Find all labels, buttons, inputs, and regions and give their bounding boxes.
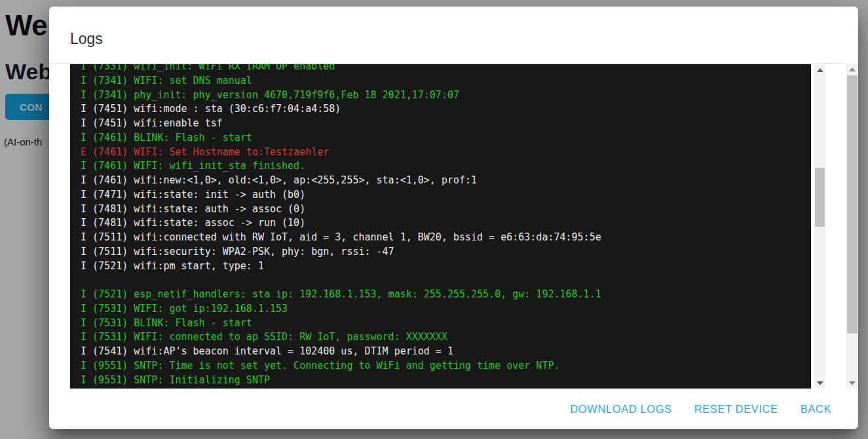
- log-line: I (7531) WIFI: got ip:192.168.1.153: [81, 302, 811, 316]
- log-line: I (9551) SNTP: Time is not set yet. Conn…: [81, 359, 811, 373]
- log-line: I (7521) wifi:pm start, type: 1: [81, 259, 811, 274]
- log-line: I (7521) esp_netif_handlers: sta ip: 192…: [81, 288, 811, 302]
- dialog-title: Logs: [70, 30, 103, 48]
- download-logs-button[interactable]: DOWNLOAD LOGS: [570, 403, 671, 415]
- log-line: I (7541) wifi:AP's beacon interval = 102…: [81, 345, 811, 359]
- log-line: I (7481) wifi:state: assoc -> run (10): [81, 216, 811, 231]
- dialog-scrollbar-thumb[interactable]: [847, 75, 858, 334]
- dialog-body: I (7331) wifi_init: WiFi RX IRAM OP enab…: [49, 64, 858, 389]
- dialog-scrollbar[interactable]: [846, 64, 858, 389]
- log-line: [81, 273, 811, 288]
- log-line: I (7461) WIFI: wifi_init_sta finished.: [81, 159, 811, 174]
- screen: We Web CON (AI-on-th Logs I (7331) wifi_…: [0, 0, 868, 439]
- arrow-up-icon: [817, 68, 823, 72]
- arrow-down-icon: [849, 381, 856, 385]
- log-scrollbar[interactable]: [814, 64, 825, 389]
- log-line: E (7461) WIFI: Set Hostname to:Testzaehl…: [81, 145, 811, 160]
- dialog-scroll-up-button[interactable]: [846, 64, 858, 75]
- dialog-scroll-down-button[interactable]: [846, 377, 858, 389]
- log-line: I (7461) wifi:new:<1,0>, old:<1,0>, ap:<…: [81, 174, 811, 188]
- reset-device-button[interactable]: RESET DEVICE: [694, 403, 778, 415]
- log-scroll-up-button[interactable]: [814, 64, 825, 75]
- log-terminal[interactable]: I (7331) wifi_init: WiFi RX IRAM OP enab…: [70, 64, 811, 389]
- arrow-up-icon: [849, 67, 856, 71]
- logs-dialog: Logs I (7331) wifi_init: WiFi RX IRAM OP…: [49, 7, 858, 429]
- dialog-footer: DOWNLOAD LOGSRESET DEVICEBACK: [49, 389, 845, 429]
- log-line: I (7531) WIFI: connected to ap SSID: RW …: [81, 330, 811, 345]
- log-line: I (7461) BLINK: Flash - start: [81, 131, 811, 145]
- log-line: I (7531) BLINK: Flash - start: [81, 316, 811, 331]
- log-line: I (7451) wifi:mode : sta (30:c6:f7:04:a4…: [81, 102, 811, 117]
- log-scrollbar-thumb[interactable]: [815, 168, 825, 227]
- log-line: I (7511) wifi:connected with RW IoT, aid…: [81, 231, 811, 245]
- log-line: I (7481) wifi:state: auth -> assoc (0): [81, 202, 811, 217]
- back-button[interactable]: BACK: [801, 403, 831, 415]
- log-line: I (7341) WIFI: set DNS manual: [81, 74, 811, 88]
- log-output: I (7331) wifi_init: WiFi RX IRAM OP enab…: [70, 64, 811, 387]
- log-line: I (9551) SNTP: Initializing SNTP: [81, 373, 811, 388]
- dialog-header: Logs: [49, 7, 858, 64]
- log-line: I (7451) wifi:enable tsf: [81, 117, 811, 131]
- log-scroll-down-button[interactable]: [814, 377, 825, 389]
- log-line: I (7471) wifi:state: init -> auth (b0): [81, 188, 811, 202]
- log-line: I (7331) wifi_init: WiFi RX IRAM OP enab…: [81, 64, 811, 74]
- log-line: I (7511) wifi:security: WPA2-PSK, phy: b…: [81, 245, 811, 259]
- log-line: I (7341) phy_init: phy_version 4670,719f…: [81, 88, 811, 103]
- arrow-down-icon: [817, 381, 823, 385]
